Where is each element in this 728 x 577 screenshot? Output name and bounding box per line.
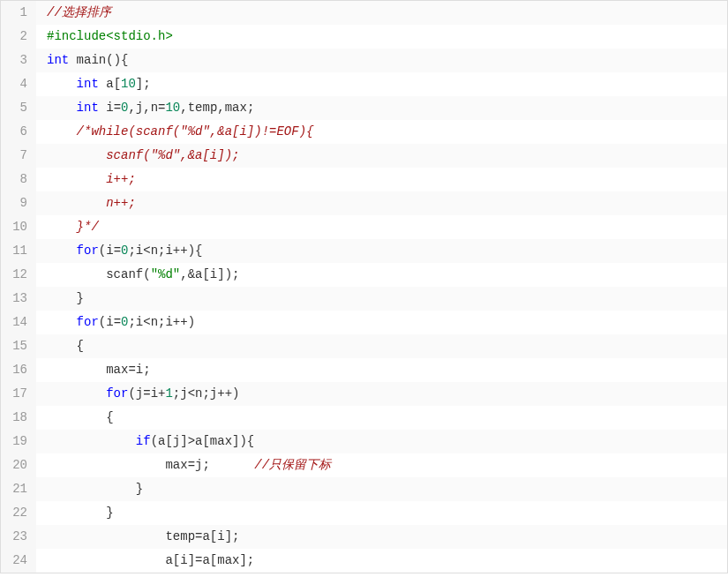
line-number: 12	[1, 263, 36, 287]
code-area[interactable]: //选择排序#include<stdio.h>int main(){ int a…	[36, 1, 727, 573]
token-type: int	[77, 101, 99, 115]
token-comment: scanf("%d",&a[i]);	[106, 148, 239, 162]
code-line[interactable]: int a[10];	[36, 72, 727, 96]
line-number: 6	[1, 120, 36, 144]
token-plain: max=i;	[47, 363, 151, 377]
token-preproc: #include<stdio.h>	[47, 29, 173, 43]
token-type: int	[77, 77, 99, 91]
token-comment: i++;	[106, 172, 136, 186]
code-line[interactable]: max=j; //只保留下标	[36, 453, 727, 477]
token-plain: scanf(	[47, 267, 151, 281]
line-number: 9	[1, 191, 36, 215]
line-number: 18	[1, 406, 36, 430]
line-number: 20	[1, 453, 36, 477]
token-plain	[47, 434, 136, 448]
code-line[interactable]: for(j=i+1;j<n;j++)	[36, 382, 727, 406]
token-plain: main(){	[69, 53, 128, 67]
token-keyword: if	[136, 434, 151, 448]
code-line[interactable]: a[i]=a[max];	[36, 549, 727, 573]
token-keyword: for	[106, 386, 128, 401]
code-line[interactable]: }*/	[36, 215, 727, 239]
line-number: 4	[1, 72, 36, 96]
token-plain: a[i]=a[max];	[47, 553, 254, 567]
token-plain: ];	[136, 77, 151, 91]
token-comment: }*/	[77, 220, 99, 234]
line-number: 17	[1, 382, 36, 406]
code-editor: 123456789101112131415161718192021222324 …	[0, 0, 728, 573]
token-comment: //只保留下标	[254, 458, 331, 472]
code-line[interactable]: if(a[j]>a[max]){	[36, 430, 727, 453]
token-comment: //选择排序	[47, 5, 111, 19]
code-line[interactable]: scanf("%d",&a[i]);	[36, 144, 727, 168]
token-plain: (i=	[99, 244, 121, 258]
code-line[interactable]: {	[36, 406, 727, 430]
token-plain: }	[47, 506, 114, 520]
token-plain	[47, 315, 77, 329]
token-plain: {	[47, 339, 84, 353]
token-plain: max=j;	[47, 458, 254, 472]
token-plain: ,&a[i]);	[180, 267, 239, 281]
token-plain: }	[47, 291, 84, 305]
token-plain	[47, 172, 106, 186]
token-string: "%d"	[151, 267, 181, 281]
token-comment: /*while(scanf("%d",&a[i])!=EOF){	[77, 124, 314, 139]
line-number: 3	[1, 49, 36, 72]
token-plain: ,j,n=	[128, 101, 165, 115]
line-number: 8	[1, 168, 36, 191]
token-plain: (j=i+	[128, 386, 165, 401]
code-line[interactable]: //选择排序	[36, 1, 727, 25]
line-number: 19	[1, 430, 36, 453]
token-num: 10	[165, 101, 180, 115]
token-keyword: for	[77, 315, 99, 329]
token-num: 10	[121, 77, 136, 91]
line-number: 7	[1, 144, 36, 168]
token-plain: {	[47, 410, 114, 424]
code-line[interactable]: n++;	[36, 191, 727, 215]
line-number: 1	[1, 1, 36, 25]
code-line[interactable]: max=i;	[36, 358, 727, 382]
line-number: 11	[1, 239, 36, 263]
token-type: int	[47, 53, 69, 67]
token-plain: a[	[99, 77, 121, 91]
token-plain: temp=a[i];	[47, 529, 239, 543]
token-plain	[47, 101, 77, 115]
token-plain	[47, 220, 77, 234]
code-line[interactable]: }	[36, 501, 727, 525]
code-line[interactable]: }	[36, 287, 727, 311]
token-plain: (i=	[99, 315, 121, 329]
token-num: 1	[165, 386, 172, 401]
token-plain	[47, 77, 77, 91]
code-line[interactable]: }	[36, 477, 727, 501]
token-plain: ,temp,max;	[180, 101, 254, 115]
code-line[interactable]: scanf("%d",&a[i]);	[36, 263, 727, 287]
line-number: 2	[1, 25, 36, 49]
token-keyword: for	[77, 244, 99, 258]
line-number: 15	[1, 334, 36, 358]
line-number: 21	[1, 477, 36, 501]
code-line[interactable]: for(i=0;i<n;i++){	[36, 239, 727, 263]
code-line[interactable]: #include<stdio.h>	[36, 25, 727, 49]
line-number-gutter: 123456789101112131415161718192021222324	[1, 1, 36, 573]
line-number: 10	[1, 215, 36, 239]
code-line[interactable]: temp=a[i];	[36, 525, 727, 549]
token-plain: }	[47, 482, 143, 496]
code-line[interactable]: for(i=0;i<n;i++)	[36, 311, 727, 334]
code-line[interactable]: {	[36, 334, 727, 358]
line-number: 24	[1, 549, 36, 573]
token-plain: i=	[99, 101, 121, 115]
token-plain	[47, 386, 106, 401]
code-line[interactable]: int main(){	[36, 49, 727, 72]
token-plain: ;i<n;i++){	[128, 244, 202, 258]
line-number: 13	[1, 287, 36, 311]
token-plain	[47, 124, 77, 139]
line-number: 22	[1, 501, 36, 525]
line-number: 23	[1, 525, 36, 549]
line-number: 5	[1, 96, 36, 120]
token-plain	[47, 196, 106, 210]
code-line[interactable]: i++;	[36, 168, 727, 191]
token-plain: ;j<n;j++)	[173, 386, 240, 401]
code-line[interactable]: /*while(scanf("%d",&a[i])!=EOF){	[36, 120, 727, 144]
token-plain	[47, 148, 106, 162]
line-number: 16	[1, 358, 36, 382]
code-line[interactable]: int i=0,j,n=10,temp,max;	[36, 96, 727, 120]
